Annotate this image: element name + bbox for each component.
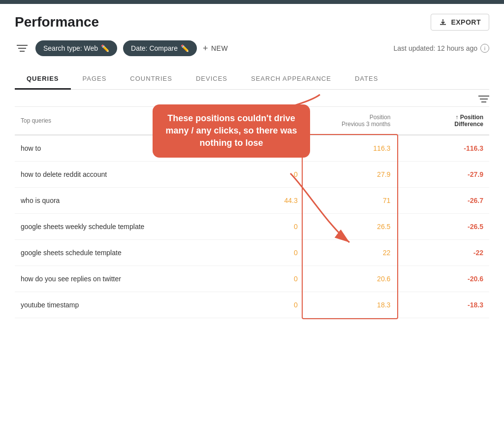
last-updated: Last updated: 12 hours ago i xyxy=(394,44,489,53)
table-row: how to delete reddit account027.9-27.9 xyxy=(15,162,489,188)
filter-lines-icon xyxy=(17,44,28,53)
cell-pos1: 0 xyxy=(211,240,304,266)
edit-search-type-icon: ✏️ xyxy=(101,44,109,52)
edit-date-icon: ✏️ xyxy=(181,44,189,52)
tab-queries[interactable]: QUERIES xyxy=(15,68,71,89)
cell-pos2: 18.3 xyxy=(304,292,397,318)
filter-bar: Search type: Web ✏️ Date: Compare ✏️ + N… xyxy=(15,40,489,56)
table-row: google sheets weekly schedule template02… xyxy=(15,214,489,240)
col2-line1: Position xyxy=(370,114,391,121)
tab-dates[interactable]: DATES xyxy=(343,68,390,89)
cell-pos1: 0 xyxy=(211,292,304,318)
tab-search-appearance[interactable]: SEARCH APPEARANCE xyxy=(239,68,343,89)
cell-query: google sheets weekly schedule template xyxy=(15,214,211,240)
top-bar xyxy=(0,0,504,4)
table-row: who is quora44.371-26.7 xyxy=(15,188,489,214)
cell-diff: -22 xyxy=(396,240,489,266)
cell-query: who is quora xyxy=(15,188,211,214)
tab-countries[interactable]: COUNTRIES xyxy=(118,68,184,89)
callout-text: These positions couldn't drive many / an… xyxy=(165,113,297,148)
cell-pos1: 0 xyxy=(211,214,304,240)
cell-pos2: 26.5 xyxy=(304,214,397,240)
date-label: Date: Compare xyxy=(131,44,178,52)
tab-pages[interactable]: PAGES xyxy=(71,68,119,89)
cell-pos2: 71 xyxy=(304,188,397,214)
export-label: EXPORT xyxy=(451,18,481,26)
header: Performance EXPORT xyxy=(15,14,489,31)
cell-pos2: 116.3 xyxy=(304,135,397,162)
table-area: These positions couldn't drive many / an… xyxy=(15,90,489,318)
col-header-diff: ↑ Position Difference xyxy=(396,107,489,135)
search-type-chip[interactable]: Search type: Web ✏️ xyxy=(35,40,117,56)
last-updated-text: Last updated: 12 hours ago xyxy=(394,44,477,52)
table-row: how do you see replies on twitter020.6-2… xyxy=(15,266,489,292)
page-wrapper: Performance EXPORT Search type: Web ✏️ D… xyxy=(0,4,504,328)
cell-pos1: 0 xyxy=(211,266,304,292)
table-row: youtube timestamp018.3-18.3 xyxy=(15,292,489,318)
date-compare-chip[interactable]: Date: Compare ✏️ xyxy=(123,40,197,56)
cell-diff: -20.6 xyxy=(396,266,489,292)
col-header-pos2: Position Previous 3 months xyxy=(304,107,397,135)
info-icon[interactable]: i xyxy=(480,44,489,53)
table-filter-lines-icon xyxy=(478,95,489,103)
filter-icon-button[interactable] xyxy=(15,42,30,55)
cell-diff: -26.5 xyxy=(396,214,489,240)
callout-tooltip: These positions couldn't drive many / an… xyxy=(153,104,310,158)
cell-pos2: 27.9 xyxy=(304,162,397,188)
col3-line2: Difference xyxy=(454,121,483,128)
cell-diff: -26.7 xyxy=(396,188,489,214)
col3-line1: Position xyxy=(460,114,483,121)
cell-diff: -116.3 xyxy=(396,135,489,162)
new-label: NEW xyxy=(211,44,228,52)
cell-query: youtube timestamp xyxy=(15,292,211,318)
plus-icon: + xyxy=(203,43,208,54)
cell-query: google sheets schedule template xyxy=(15,240,211,266)
new-filter-button[interactable]: + NEW xyxy=(203,43,228,54)
col2-line2: Previous 3 months xyxy=(342,121,390,128)
cell-diff: -27.9 xyxy=(396,162,489,188)
tabs: QUERIES PAGES COUNTRIES DEVICES SEARCH A… xyxy=(15,68,489,90)
query-header-text: Top queries xyxy=(21,117,51,124)
export-button[interactable]: EXPORT xyxy=(431,14,489,31)
page-title: Performance xyxy=(15,14,99,30)
sort-arrow-icon: ↑ xyxy=(455,114,458,121)
download-icon xyxy=(439,18,447,26)
table-filter-icon[interactable] xyxy=(478,95,489,103)
cell-pos1: 0 xyxy=(211,162,304,188)
tab-devices[interactable]: DEVICES xyxy=(184,68,239,89)
cell-pos1: 44.3 xyxy=(211,188,304,214)
table-row: google sheets schedule template022-22 xyxy=(15,240,489,266)
cell-pos2: 20.6 xyxy=(304,266,397,292)
cell-pos2: 22 xyxy=(304,240,397,266)
cell-query: how to delete reddit account xyxy=(15,162,211,188)
cell-query: how do you see replies on twitter xyxy=(15,266,211,292)
cell-diff: -18.3 xyxy=(396,292,489,318)
search-type-label: Search type: Web xyxy=(43,44,98,52)
